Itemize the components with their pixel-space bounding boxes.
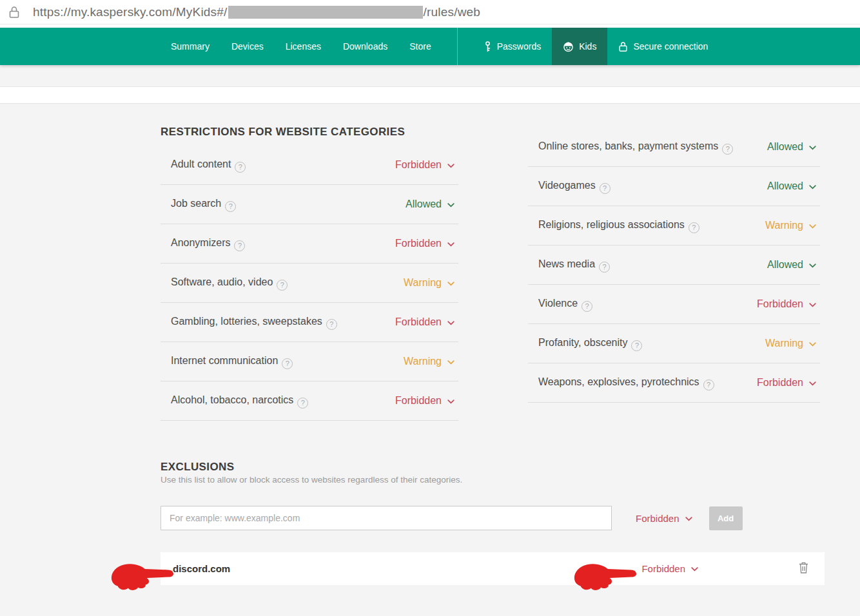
- restriction-status-dropdown[interactable]: Warning: [765, 220, 816, 231]
- help-icon[interactable]: ?: [235, 162, 246, 173]
- restriction-label-text: Internet communication: [171, 355, 278, 366]
- sub-band-gray: [0, 65, 860, 86]
- nav-tab[interactable]: Store: [398, 28, 442, 65]
- exclusion-default-status-dropdown[interactable]: Forbidden: [636, 513, 692, 524]
- restriction-status-dropdown[interactable]: Warning: [404, 277, 454, 289]
- restriction-status-dropdown[interactable]: Allowed: [767, 259, 816, 271]
- restriction-row: Gambling, lotteries, sweepstakes? Forbid…: [161, 303, 458, 342]
- help-icon[interactable]: ?: [234, 240, 245, 251]
- help-icon[interactable]: ?: [703, 380, 714, 390]
- restriction-status-dropdown[interactable]: Forbidden: [395, 316, 454, 328]
- restriction-label-text: Violence: [538, 298, 578, 309]
- restriction-label: Weapons, explosives, pyrotechnics?: [538, 375, 714, 390]
- url-redacted-block: [228, 6, 423, 19]
- restriction-row: Job search? Allowed: [161, 185, 458, 224]
- exclusion-default-status-value: Forbidden: [636, 513, 679, 524]
- help-icon[interactable]: ?: [297, 398, 308, 409]
- url-text[interactable]: https://my.kaspersky.com/MyKids#//rules/…: [33, 5, 480, 19]
- restriction-row: Software, audio, video? Warning: [161, 264, 458, 303]
- restriction-label: News media?: [538, 257, 610, 273]
- restriction-status-dropdown[interactable]: Allowed: [767, 180, 816, 192]
- add-exclusion-button[interactable]: Add: [709, 506, 743, 530]
- restriction-row: Anonymizers? Forbidden: [161, 224, 458, 264]
- chevron-down-icon: [447, 321, 454, 325]
- restriction-status-dropdown[interactable]: Warning: [404, 356, 454, 367]
- restriction-label-text: Gambling, lotteries, sweepstakes: [171, 316, 322, 327]
- restriction-row: Online stores, banks, payment systems? A…: [528, 128, 820, 167]
- restriction-status-dropdown[interactable]: Forbidden: [395, 395, 454, 407]
- chevron-down-icon: [447, 282, 454, 286]
- restriction-status-dropdown[interactable]: Forbidden: [395, 159, 454, 171]
- restriction-status-dropdown[interactable]: Warning: [765, 338, 816, 349]
- restriction-label: Software, audio, video?: [171, 275, 288, 291]
- restriction-status-value: Forbidden: [757, 377, 803, 389]
- exclusion-status-dropdown[interactable]: Forbidden: [641, 563, 698, 574]
- help-icon[interactable]: ?: [599, 262, 610, 273]
- chevron-down-icon: [809, 146, 816, 150]
- restriction-label-text: Job search: [171, 198, 221, 209]
- help-icon[interactable]: ?: [326, 319, 337, 330]
- restriction-row: Adult content? Forbidden: [161, 146, 458, 185]
- restriction-row: News media? Allowed: [528, 245, 820, 285]
- restriction-row: Religions, religious associations? Warni…: [528, 206, 820, 245]
- lock-icon: [618, 41, 628, 52]
- delete-exclusion-button[interactable]: [798, 561, 809, 576]
- help-icon[interactable]: ?: [581, 301, 592, 312]
- restriction-label-text: Anonymizers: [171, 237, 230, 248]
- kid-face-icon: [563, 41, 574, 52]
- restrictions-columns: Adult content? Forbidden Job search? All…: [161, 146, 860, 421]
- top-navigation-bar: Summary Devices Licenses Downloads Store: [0, 28, 860, 65]
- restriction-status-dropdown[interactable]: Forbidden: [757, 377, 816, 389]
- nav-tab-label: Passwords: [497, 41, 541, 52]
- restriction-status-value: Allowed: [767, 259, 803, 271]
- restriction-status-dropdown[interactable]: Allowed: [767, 141, 816, 153]
- restriction-label: Anonymizers?: [171, 236, 245, 251]
- nav-tab-kids[interactable]: Kids: [552, 28, 607, 65]
- nav-tab-label: Secure connection: [633, 41, 708, 52]
- restriction-status-value: Warning: [404, 277, 442, 289]
- restriction-status-dropdown[interactable]: Allowed: [406, 198, 454, 210]
- restrictions-left-column: Adult content? Forbidden Job search? All…: [161, 146, 458, 421]
- nav-tab[interactable]: Licenses: [275, 28, 332, 65]
- nav-left-group: Summary Devices Licenses Downloads Store: [160, 28, 442, 65]
- nav-tab[interactable]: Summary: [160, 28, 220, 65]
- exclusions-title: EXCLUSIONS: [161, 461, 860, 474]
- restriction-status-dropdown[interactable]: Forbidden: [757, 298, 816, 310]
- restriction-status-dropdown[interactable]: Forbidden: [395, 238, 454, 249]
- sub-band-white: [0, 86, 860, 104]
- nav-tab-secure-connection[interactable]: Secure connection: [607, 28, 719, 65]
- restriction-label: Alcohol, tobacco, narcotics?: [171, 393, 308, 409]
- help-icon[interactable]: ?: [277, 280, 288, 291]
- restriction-label: Religions, religious associations?: [538, 218, 699, 233]
- restriction-label-text: Adult content: [171, 159, 231, 169]
- restriction-status-value: Allowed: [406, 198, 442, 210]
- url-padlock-icon: [8, 6, 20, 19]
- exclusions-form: Forbidden Add: [161, 506, 860, 530]
- chevron-down-icon: [447, 164, 454, 168]
- chevron-down-icon: [809, 264, 816, 268]
- restriction-label-text: Videogames: [538, 180, 596, 191]
- nav-divider: [457, 28, 458, 65]
- chevron-down-icon: [447, 242, 454, 247]
- restriction-row: Videogames? Allowed: [528, 167, 820, 206]
- restriction-status-value: Forbidden: [395, 316, 442, 328]
- chevron-down-icon: [809, 224, 816, 229]
- url-suffix: /rules/web: [424, 5, 481, 19]
- help-icon[interactable]: ?: [631, 340, 642, 351]
- chevron-down-icon: [809, 381, 816, 386]
- nav-tab[interactable]: Devices: [220, 28, 275, 65]
- restriction-row: Internet communication? Warning: [161, 342, 458, 381]
- help-icon[interactable]: ?: [225, 201, 236, 212]
- help-icon[interactable]: ?: [689, 222, 699, 233]
- restriction-row: Alcohol, tobacco, narcotics? Forbidden: [161, 381, 458, 421]
- help-icon[interactable]: ?: [722, 144, 733, 155]
- help-icon[interactable]: ?: [282, 358, 293, 369]
- nav-tab[interactable]: Downloads: [332, 28, 398, 65]
- chevron-down-icon: [809, 342, 816, 347]
- exclusion-url-input[interactable]: [161, 506, 612, 530]
- nav-tab-passwords[interactable]: Passwords: [473, 28, 552, 65]
- help-icon[interactable]: ?: [600, 183, 611, 194]
- browser-url-bar[interactable]: https://my.kaspersky.com/MyKids#//rules/…: [0, 0, 860, 24]
- chevron-down-icon: [447, 360, 454, 365]
- restriction-row: Violence? Forbidden: [528, 285, 820, 324]
